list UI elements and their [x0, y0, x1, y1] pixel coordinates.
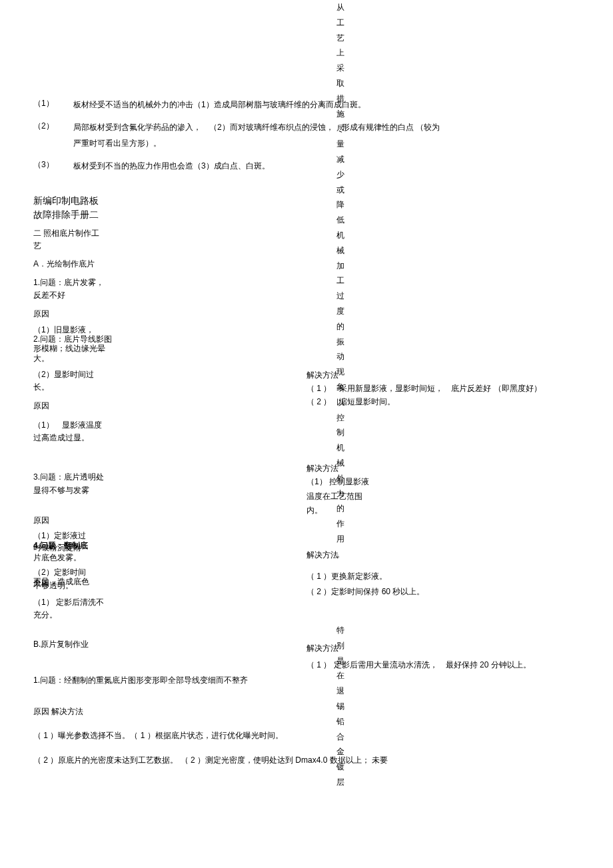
- solve-label-3: 解决方法: [306, 548, 338, 563]
- main-title: 新编印制电路板故障排除手册二: [33, 194, 107, 222]
- cause-3-overlap: （1）定影液过 4.问题：翻制底 时银粉沉淀附 片底色发雾。: [33, 531, 113, 562]
- cause-1-overlap: （1）旧显影液， 2.问题：底片导线影图形模糊；线边缘光晕大。: [33, 325, 113, 364]
- solve-label-1: 解决方法: [306, 368, 338, 383]
- cause-solve-label: 原因 解决方法: [33, 705, 580, 719]
- question-B1: 1.问题：经翻制的重氮底片图形变形即全部导线变细而不整齐: [33, 673, 580, 688]
- b1b: （ 2 ）原底片的光密度未达到工艺数据。 （ 2 ）测定光密度，使明处达到 Dm…: [33, 753, 580, 768]
- c3c: 时银粉沉淀附: [33, 543, 113, 552]
- c3i: （1） 定影后清洗不充分。: [33, 596, 107, 622]
- section-2: 二 照相底片制作工艺: [33, 227, 107, 252]
- c1c: （2）显影时间过长。: [33, 368, 107, 394]
- solve-label-2: 解决方法: [306, 462, 338, 476]
- question-3: 3.问题：底片透明处显得不够与发雾: [33, 471, 107, 496]
- c1b: 2.问题：底片导线影图形模糊；线边缘光晕大。: [33, 334, 113, 363]
- item-2: （2） 局部板材受到含氟化学药品的渗入， （2）而对玻璃纤维布织点的浸蚀， 形成…: [33, 119, 580, 151]
- section-A: A．光绘制作底片: [33, 258, 107, 270]
- b1a: （ 1 ）曝光参数选择不当。（ 1 ）根据底片状态，进行优化曝光时间。: [33, 729, 580, 743]
- item-1-content: 板材经受不适当的机械外力的冲击（1）造成局部树脂与玻璃纤维的分离而成白斑。: [73, 97, 580, 113]
- item-3-content: 板材受到不当的热应力作用也会造（3）成白点、白斑。: [73, 158, 580, 174]
- item-3-num: （3）: [33, 158, 73, 174]
- c3e: （2）定影时间: [33, 568, 113, 577]
- cause-3-overlap2: （2）定影时间 不足，造成底色 原因 不够透明。: [33, 568, 113, 591]
- cause-label-1: 原因: [33, 307, 580, 322]
- solve-3b: （ 2 ）定影时间保持 60 秒以上。: [306, 585, 424, 600]
- solve-label-4: 解决方法: [306, 642, 338, 656]
- solve-3a: （ 1 ）更换新定影液。: [306, 570, 387, 584]
- solve-2a: （1） 控制显影液温度在工艺范围内。: [306, 475, 373, 518]
- c3d: 片底色发雾。: [33, 553, 113, 562]
- item-1: （1） 板材经受不适当的机械外力的冲击（1）造成局部树脂与玻璃纤维的分离而成白斑…: [33, 97, 580, 113]
- solve-1b: （ 2 ） 缩短显影时间。: [306, 395, 395, 410]
- item-2-num: （2）: [33, 119, 73, 151]
- question-1: 1.问题：底片发雾，反差不好: [33, 276, 107, 302]
- item-2-content: 局部板材受到含氟化学药品的渗入， （2）而对玻璃纤维布织点的浸蚀， 形成有规律性…: [73, 119, 580, 151]
- item-3: （3） 板材受到不当的热应力作用也会造（3）成白点、白斑。: [33, 158, 580, 174]
- c3a: （1）定影液过: [33, 531, 113, 540]
- vertical-text-2: 特别是在退锡铅合金镀层时易发生在镀金: [336, 623, 348, 787]
- c1d: （1） 显影液温度过高造成过显。: [33, 419, 107, 444]
- solve-1a: （ 1 ） 采用新显影液，显影时间短， 底片反差好 （即黑度好）: [306, 382, 542, 396]
- c1a: （1）旧显影液，: [33, 325, 113, 334]
- item-1-num: （1）: [33, 97, 73, 113]
